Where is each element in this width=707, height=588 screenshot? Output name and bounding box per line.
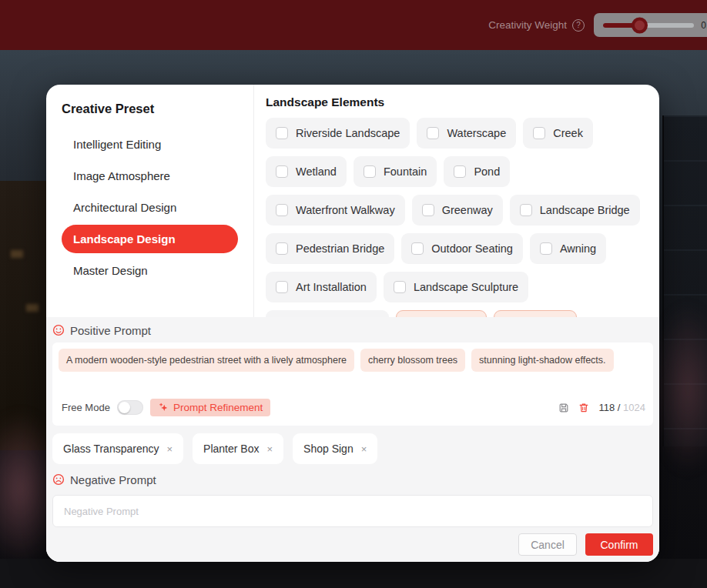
checkbox-icon[interactable] xyxy=(276,242,288,255)
delete-icon[interactable] xyxy=(578,402,590,414)
element-chip-riverside-landscape[interactable]: Riverside Landscape xyxy=(266,118,410,149)
help-icon[interactable]: ? xyxy=(572,19,585,32)
negative-prompt-heading: Negative Prompt xyxy=(52,471,653,488)
keyword-chip-planter-box[interactable]: Planter Box× xyxy=(193,433,283,464)
char-counter: 118 / 1024 xyxy=(599,402,646,413)
positive-prompt-heading: Positive Prompt xyxy=(52,322,653,339)
checkbox-icon[interactable] xyxy=(520,204,532,216)
element-chip-fountain[interactable]: Fountain xyxy=(354,156,437,187)
element-chip-label: Waterfront Walkway xyxy=(296,204,395,216)
negative-prompt-input[interactable] xyxy=(52,495,653,527)
positive-prompt-title: Positive Prompt xyxy=(70,324,151,337)
keyword-label: Planter Box xyxy=(203,443,259,455)
topbar: Creativity Weight ? 0.5 xyxy=(0,0,707,50)
elements-title: Landscape Elements xyxy=(266,95,648,109)
element-chip-label: Landscape Sculpture xyxy=(414,281,518,293)
dialog-upper-section: Creative Preset Intelligent EditingImage… xyxy=(46,85,659,317)
keyword-label: Shop Sign xyxy=(303,443,354,455)
background-window xyxy=(26,304,39,312)
element-chip-label: Pond xyxy=(474,165,500,178)
remove-keyword-icon[interactable]: × xyxy=(361,443,367,455)
creativity-weight-label: Creativity Weight xyxy=(488,19,567,31)
element-chip-label: Art Installation xyxy=(296,281,367,293)
sidebar-item-architectural-design[interactable]: Architectural Design xyxy=(62,193,238,222)
checkbox-icon[interactable] xyxy=(533,127,545,139)
cancel-button[interactable]: Cancel xyxy=(518,533,577,556)
sidebar-item-intelligent-editing[interactable]: Intelligent Editing xyxy=(62,130,238,159)
element-chip-label: Landscape Bridge xyxy=(540,204,630,216)
checkbox-icon[interactable] xyxy=(422,204,434,216)
checkbox-icon[interactable] xyxy=(427,127,439,139)
dialog-lower-section: Positive Prompt A modern wooden-style pe… xyxy=(46,317,659,562)
keyword-label: Glass Transparency xyxy=(63,443,159,455)
element-chip-awning[interactable]: Awning xyxy=(530,233,606,264)
element-chip-waterfront-walkway[interactable]: Waterfront Walkway xyxy=(266,195,405,226)
prompt-tag[interactable]: A modern wooden-style pedestrian street … xyxy=(59,349,354,372)
checkbox-icon[interactable] xyxy=(454,165,466,178)
prompt-refinement-button[interactable]: Prompt Refinement xyxy=(150,399,270,416)
element-chip-row: Art InstallationLandscape Sculpture xyxy=(266,272,648,302)
checkbox-icon[interactable] xyxy=(276,281,288,293)
element-chip-landscape-sculpture[interactable]: Landscape Sculpture xyxy=(384,272,528,302)
remove-keyword-icon[interactable]: × xyxy=(266,443,273,455)
element-chip-landscape-bridge[interactable]: Landscape Bridge xyxy=(510,195,640,226)
keyword-chip-glass-transparency[interactable]: Glass Transparency× xyxy=(52,433,183,464)
element-chip-outdoor-seating[interactable]: Outdoor Seating xyxy=(401,233,523,264)
confirm-button[interactable]: Confirm xyxy=(585,533,653,556)
sidebar-items: Intelligent EditingImage AtmosphereArchi… xyxy=(62,130,238,285)
element-chip-greenway[interactable]: Greenway xyxy=(412,195,503,226)
background-window xyxy=(11,250,23,258)
slider-value: 0.5 xyxy=(701,20,707,31)
sidebar-item-image-atmosphere[interactable]: Image Atmosphere xyxy=(62,162,238,190)
char-limit: 1024 xyxy=(623,402,645,413)
positive-prompt-editor[interactable]: A modern wooden-style pedestrian street … xyxy=(52,342,653,426)
element-chip-label: Waterscape xyxy=(447,127,506,139)
element-chip-label: Riverside Landscape xyxy=(296,127,400,139)
element-chip-row: Waterfront WalkwayGreenwayLandscape Brid… xyxy=(266,195,648,226)
slider-track[interactable] xyxy=(603,23,694,28)
free-mode-toggle[interactable] xyxy=(117,400,143,415)
positive-prompt-tags: A modern wooden-style pedestrian street … xyxy=(59,349,647,372)
negative-prompt-title: Negative Prompt xyxy=(70,473,156,486)
prompt-tag[interactable]: cherry blossom trees xyxy=(360,349,465,372)
toggle-knob xyxy=(119,402,130,413)
element-chip-cutoff[interactable] xyxy=(494,310,577,317)
elements-panel: Landscape Elements Riverside LandscapeWa… xyxy=(254,85,659,317)
checkbox-icon[interactable] xyxy=(411,242,424,255)
checkbox-icon[interactable] xyxy=(276,204,288,216)
keyword-chip-shop-sign[interactable]: Shop Sign× xyxy=(293,433,377,464)
checkbox-icon[interactable] xyxy=(276,127,288,139)
element-chip-label: Creek xyxy=(553,127,583,139)
sidebar-item-master-design[interactable]: Master Design xyxy=(62,256,238,285)
creativity-weight-slider[interactable]: 0.5 xyxy=(594,13,707,37)
element-chip-cutoff[interactable] xyxy=(396,310,487,317)
element-chip-pond[interactable]: Pond xyxy=(444,156,510,187)
checkbox-icon[interactable] xyxy=(394,281,406,293)
app-screen: Creativity Weight ? 0.5 Creative Preset … xyxy=(0,0,707,588)
element-chip-pedestrian-bridge[interactable]: Pedestrian Bridge xyxy=(266,233,394,264)
checkbox-icon[interactable] xyxy=(364,165,376,178)
checkbox-icon[interactable] xyxy=(540,242,552,255)
checkbox-icon[interactable] xyxy=(276,165,288,178)
element-chip-row: Pedestrian BridgeOutdoor SeatingAwning xyxy=(266,233,648,264)
element-chip-cutoff[interactable] xyxy=(266,310,389,317)
element-chip-wetland[interactable]: Wetland xyxy=(266,156,347,187)
char-count: 118 xyxy=(599,402,615,413)
background-ground xyxy=(0,559,707,588)
remove-keyword-icon[interactable]: × xyxy=(167,443,173,455)
element-chip-art-installation[interactable]: Art Installation xyxy=(266,272,377,302)
element-chip-waterscape[interactable]: Waterscape xyxy=(417,118,516,149)
sad-face-icon xyxy=(52,473,65,486)
element-chip-creek[interactable]: Creek xyxy=(523,118,593,149)
sidebar: Creative Preset Intelligent EditingImage… xyxy=(46,85,254,317)
save-icon[interactable] xyxy=(558,402,570,414)
slider-handle[interactable] xyxy=(632,17,648,33)
creativity-weight-control: Creativity Weight ? 0.5 xyxy=(488,0,707,50)
element-chip-rows: Riverside LandscapeWaterscapeCreekWetlan… xyxy=(266,118,648,317)
element-chip-row-cutoff xyxy=(266,310,648,317)
sidebar-item-landscape-design[interactable]: Landscape Design xyxy=(62,225,238,253)
prompt-tag[interactable]: stunning light-shadow effects. xyxy=(471,349,613,372)
background-building-left xyxy=(0,181,52,450)
preset-dialog: Creative Preset Intelligent EditingImage… xyxy=(46,85,659,562)
element-chip-label: Outdoor Seating xyxy=(431,242,513,255)
